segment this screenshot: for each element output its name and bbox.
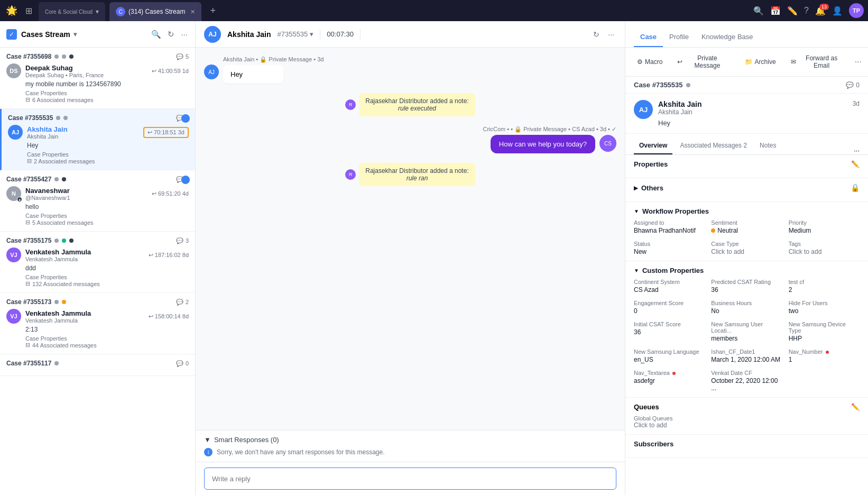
properties-header[interactable]: Properties ✏️	[634, 160, 860, 168]
chat-refresh-button[interactable]: ↻	[591, 28, 602, 41]
case-props: Case Properties	[25, 213, 189, 219]
more-actions-button[interactable]: ···	[855, 57, 862, 67]
assignee-name: Akshita Jain	[27, 125, 139, 133]
case-item[interactable]: Case #7355173 💬 2 VJ Venkatesh Jammula V…	[0, 293, 195, 354]
private-message-button[interactable]: ↩ Private Message	[672, 52, 735, 72]
search-icon[interactable]: 🔍	[753, 6, 764, 16]
help-icon[interactable]: ?	[804, 6, 809, 15]
subscribers-header[interactable]: Subscribers	[634, 440, 860, 448]
edit-icon[interactable]: ✏️	[787, 6, 798, 16]
calendar-icon[interactable]: 📅	[770, 6, 781, 16]
subscribers-section: Subscribers	[625, 435, 868, 458]
msg-count-val: 5	[186, 53, 189, 60]
archive-button[interactable]: 📁 Archive	[740, 56, 781, 68]
case-item[interactable]: Case #7355117 💬 0	[0, 354, 195, 376]
queues-edit-icon[interactable]: ✏️	[851, 403, 860, 411]
cases-stream-tab[interactable]: C (314) Cases Stream ✕	[109, 2, 201, 21]
user-avatar[interactable]: TP	[849, 3, 864, 18]
custom-label: Custom Properties	[642, 267, 704, 274]
profile-icon[interactable]: 👤	[832, 6, 843, 16]
forward-icon: ✉	[791, 58, 796, 66]
sub-tab-overview[interactable]: Overview	[634, 138, 672, 154]
chat-timer: 00:07:30	[327, 30, 354, 38]
sub-tab-associated[interactable]: Associated Messages 2	[675, 138, 752, 154]
workflow-header[interactable]: ▼ Workflow Properties	[634, 207, 860, 215]
case-id: Case #7355173	[6, 298, 51, 306]
msg-count-val: 0	[186, 360, 189, 366]
macro-button[interactable]: ⚙ Macro	[632, 56, 668, 68]
msg-bubble: Hey	[223, 65, 283, 84]
assoc-icon: ⊟	[27, 158, 32, 164]
info-icon: i	[204, 448, 213, 456]
prop-test-cf: test cf 2	[789, 279, 860, 294]
prop-initial-csat: Initial CSAT Score 36	[634, 321, 705, 342]
smart-responses-header[interactable]: ▼ Smart Responses (0)	[204, 436, 616, 444]
case-item[interactable]: Case #7355175 💬 3 VJ Venkatesh Jammula V…	[0, 232, 195, 293]
add-tab-button[interactable]: +	[206, 3, 220, 19]
custom-props-header[interactable]: ▼ Custom Properties	[634, 267, 860, 274]
case-props: Case Properties	[25, 90, 189, 96]
status-dot	[54, 54, 59, 59]
custom-props-section: ▼ Custom Properties Continent System CS …	[625, 261, 868, 398]
sidebar-more-button[interactable]: ···	[180, 29, 189, 40]
assoc-icon: ⊟	[25, 280, 30, 287]
case-assoc: ⊟ 5 Associated messages	[25, 219, 189, 226]
forward-email-button[interactable]: ✉ Forward as Email	[786, 52, 851, 72]
prop-samsung-language: New Samsung Language en_US	[634, 349, 705, 363]
chat-case-id[interactable]: #7355535 ▾	[277, 30, 313, 38]
subscribers-label: Subscribers	[634, 440, 673, 448]
case-assoc: ⊟ 44 Associated messages	[25, 342, 189, 349]
sidebar-checkbox[interactable]: ✓	[6, 29, 17, 40]
chat-user-name: Akshita Jain	[227, 30, 271, 39]
case-message: 2:13	[25, 326, 189, 333]
global-queues-value[interactable]: Click to add	[634, 421, 860, 429]
global-queues-label: Global Queues	[634, 415, 860, 421]
chat-more-button[interactable]: ···	[606, 28, 616, 41]
tab-case[interactable]: Case	[634, 28, 663, 47]
message-icon: 💬	[176, 360, 183, 367]
reply-input[interactable]	[204, 468, 616, 490]
case-number: Case #7355535	[634, 81, 683, 89]
apps-icon[interactable]: ⊞	[23, 4, 34, 18]
case-item[interactable]: Case #7355427 💬 0 N ● Navaneshwar	[0, 170, 195, 232]
status-dot	[54, 300, 59, 304]
contact-name: Akshita Jain	[658, 100, 853, 108]
sub-tab-notes[interactable]: Notes	[754, 138, 781, 154]
case-item[interactable]: Case #7355535 💬 0 AJ Akshita Jain Akshit…	[0, 109, 195, 170]
lock-icon[interactable]: 🔒	[851, 184, 860, 192]
core-social-tab[interactable]: Core & Social Cloud ▾	[39, 2, 105, 21]
sidebar-title: Cases Stream ▾	[21, 30, 77, 39]
edit-properties-icon[interactable]: ✏️	[851, 160, 860, 168]
sidebar-header: ✓ Cases Stream ▾ 🔍 ↻ ···	[0, 21, 195, 48]
contact-avatar: AJ	[634, 100, 653, 119]
status-dot	[69, 54, 73, 59]
queues-header: Queues ✏️	[634, 403, 860, 411]
case-num-row: Case #7355535 💬 0	[625, 77, 868, 94]
collapse-icon: ▼	[204, 436, 211, 444]
case-item[interactable]: Case #7355698 💬 5 DS Deepak Suhag Deepak…	[0, 48, 195, 109]
prop-samsung-device: New Samsung Device Type HHP	[789, 321, 860, 342]
contact-info: AJ Akshita Jain Akshita Jain Hey 3d	[625, 94, 868, 134]
properties-section: Properties ✏️	[625, 155, 868, 178]
note-message: R Rajasekhar Distributor added a note: r…	[204, 90, 616, 120]
tab-profile[interactable]: Profile	[663, 28, 695, 47]
msg-count-val: 2	[186, 299, 189, 305]
others-header[interactable]: ▶ Others 🔒	[634, 184, 860, 192]
case-time: ↩ 69:51:20 4d	[152, 190, 189, 197]
logo: 🌟	[4, 3, 19, 18]
sidebar-search-button[interactable]: 🔍	[150, 29, 162, 40]
right-panel: Case Profile Knowledge Base ⚙ Macro ↩ Pr…	[625, 21, 868, 495]
notification-icon[interactable]: 🔔 13	[815, 6, 826, 16]
sub-tab-more[interactable]: ···	[854, 146, 860, 154]
note-content: Rajasekhar Distributor added a note: rul…	[359, 93, 475, 116]
reply-box	[196, 462, 625, 495]
cases-tab-close[interactable]: ✕	[190, 8, 195, 15]
case-list: Case #7355698 💬 5 DS Deepak Suhag Deepak…	[0, 48, 195, 495]
assignee-name: Deepak Suhag	[25, 64, 147, 72]
sidebar-refresh-button[interactable]: ↻	[167, 29, 176, 40]
tab-knowledge-base[interactable]: Knowledge Base	[695, 28, 760, 47]
assignee-sub: Deepak Suhag • Paris, France	[25, 72, 147, 78]
sidebar-chevron[interactable]: ▾	[73, 31, 77, 38]
assoc-icon: ⊟	[25, 219, 30, 226]
prop-ishan-date: Ishan_CF_Date1 March 1, 2020 12:00 AM	[711, 349, 782, 363]
